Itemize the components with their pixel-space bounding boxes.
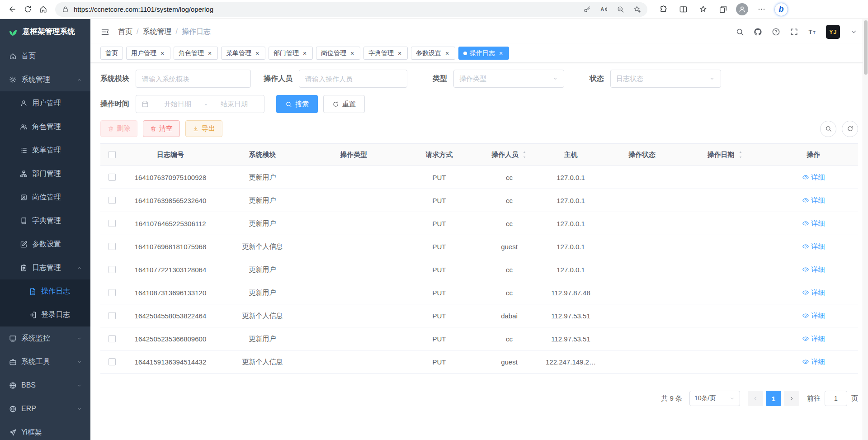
add-favorite-icon[interactable] [633,5,641,13]
detail-link[interactable]: 详细 [802,289,825,297]
close-icon[interactable]: × [498,50,504,57]
detail-link[interactable]: 详细 [802,265,825,274]
detail-link[interactable]: 详细 [802,173,825,182]
sort-operator[interactable] [522,151,527,159]
sidebar-item-operation-log[interactable]: 操作日志 [0,279,90,303]
date-range-picker[interactable]: 开始日期 - 结束日期 [136,95,264,113]
sidebar-item-yi-framework[interactable]: Yi框架 [0,421,90,440]
extensions-button[interactable] [656,3,670,16]
browser-back-button[interactable] [5,2,20,17]
sidebar-item-system-monitor[interactable]: 系统监控 [0,326,90,350]
close-icon[interactable]: × [159,50,165,57]
prev-page-button[interactable] [748,391,763,406]
tab-post-management[interactable]: 岗位管理× [316,47,360,60]
password-key-icon[interactable] [583,5,591,13]
tab-home[interactable]: 首页 [100,47,123,60]
fullscreen-icon[interactable] [790,28,798,36]
delete-button[interactable]: 删除 [100,120,137,137]
tab-menu-management[interactable]: 菜单管理× [221,47,265,60]
sidebar-item-system-tools[interactable]: 系统工具 [0,350,90,374]
type-select[interactable]: 操作类型 [453,70,564,88]
sidebar-item-bbs[interactable]: BBS [0,374,90,397]
help-icon[interactable] [772,28,780,36]
sidebar-item-parameter-settings[interactable]: 参数设置 [0,232,90,256]
sidebar-item-erp[interactable]: ERP [0,397,90,421]
detail-link[interactable]: 详细 [802,358,825,366]
tab-dictionary-management[interactable]: 字典管理× [363,47,408,60]
sidebar-item-menu-management[interactable]: 菜单管理 [0,138,90,162]
font-size-icon[interactable] [808,28,816,36]
browser-refresh-button[interactable] [20,2,35,17]
row-checkbox[interactable] [108,174,116,181]
reset-button[interactable]: 重置 [323,95,365,113]
search-button[interactable]: 搜索 [276,95,318,113]
row-checkbox[interactable] [108,197,116,204]
next-page-button[interactable] [784,391,799,406]
address-bar[interactable]: https://ccnetcore.com:1101/system/log/op… [55,2,647,17]
row-checkbox[interactable] [108,335,116,342]
tab-role-management[interactable]: 角色管理× [174,47,218,60]
export-button[interactable]: 导出 [185,120,222,137]
browser-home-button[interactable] [35,2,51,17]
close-icon[interactable]: × [207,50,213,57]
close-icon[interactable]: × [396,50,403,57]
search-icon[interactable] [736,28,744,36]
detail-link[interactable]: 详细 [802,242,825,251]
read-aloud-icon[interactable] [600,5,608,13]
row-checkbox[interactable] [108,243,116,250]
status-select[interactable]: 日志状态 [610,70,721,88]
menu-fold-icon[interactable] [100,27,110,37]
row-checkbox[interactable] [108,266,116,273]
sidebar-item-login-log[interactable]: 登录日志 [0,303,90,326]
page-size-select[interactable]: 10条/页 [689,391,740,406]
sidebar-item-user-management[interactable]: 用户管理 [0,91,90,115]
detail-link[interactable]: 详细 [802,312,825,320]
goto-page-input[interactable] [825,391,847,406]
user-avatar[interactable]: YJ [826,25,840,39]
breadcrumb-item-home[interactable]: 首页 [118,27,132,37]
select-all-checkbox[interactable] [108,151,116,158]
avatar-caret-icon[interactable] [849,28,858,36]
clear-button[interactable]: 清空 [143,120,180,137]
tab-operation-log[interactable]: 操作日志× [458,47,509,60]
page-number-button[interactable]: 1 [766,391,781,406]
url-text[interactable]: https://ccnetcore.com:1101/system/log/op… [74,5,574,13]
row-checkbox[interactable] [108,312,116,319]
tab-department-management[interactable]: 部门管理× [269,47,313,60]
site-info-lock-icon[interactable] [61,5,69,13]
tab-parameter-settings[interactable]: 参数设置× [411,47,455,60]
sidebar-item-post-management[interactable]: 岗位管理 [0,185,90,209]
detail-link[interactable]: 详细 [802,219,825,228]
row-checkbox[interactable] [108,289,116,296]
module-input[interactable] [136,70,251,88]
close-icon[interactable]: × [444,50,450,57]
close-icon[interactable]: × [254,50,260,57]
browser-settings-button[interactable] [755,3,768,16]
row-checkbox[interactable] [108,358,116,365]
row-checkbox[interactable] [108,220,116,227]
refresh-table-button[interactable] [842,121,858,137]
operator-input[interactable] [299,70,407,88]
close-icon[interactable]: × [349,50,355,57]
tab-user-management[interactable]: 用户管理× [126,47,170,60]
toggle-search-button[interactable] [820,121,836,137]
sidebar-item-department-management[interactable]: 部门管理 [0,162,90,185]
breadcrumb-item-system[interactable]: 系统管理 [142,27,171,37]
sidebar-item-dictionary-management[interactable]: 字典管理 [0,209,90,232]
zoom-out-icon[interactable] [617,5,624,13]
sort-date[interactable] [738,151,743,159]
sidebar-item-system-management[interactable]: 系统管理 [0,68,90,91]
close-icon[interactable]: × [302,50,308,57]
detail-link[interactable]: 详细 [802,196,825,205]
sidebar-item-role-management[interactable]: 角色管理 [0,115,90,138]
collections-button[interactable] [716,3,730,16]
favorites-button[interactable] [696,3,710,16]
detail-link[interactable]: 详细 [802,335,825,343]
scrollbar-thumb[interactable] [864,20,868,75]
profile-avatar[interactable] [736,3,748,15]
copilot-button[interactable]: b [774,3,788,16]
split-screen-button[interactable] [676,3,690,16]
sidebar-item-log-management[interactable]: 日志管理 [0,256,90,279]
sidebar-item-home[interactable]: 首页 [0,44,90,68]
github-icon[interactable] [754,28,762,36]
